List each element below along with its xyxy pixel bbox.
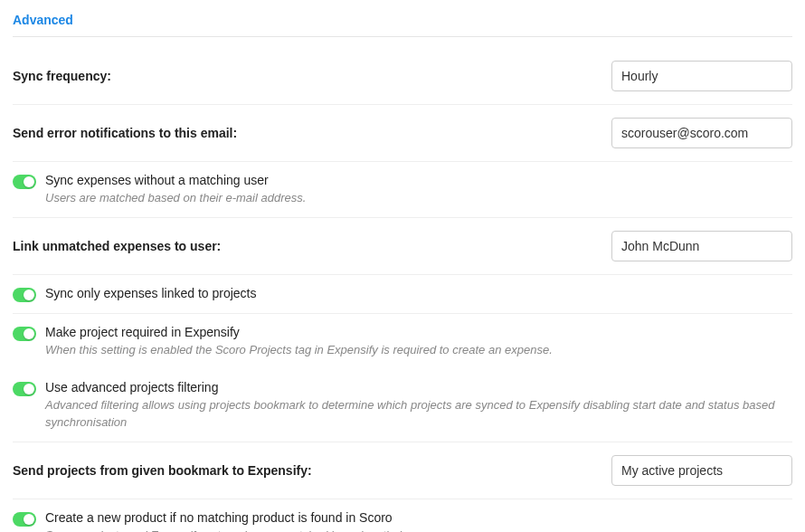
- toggle-sync-no-user[interactable]: [13, 175, 36, 189]
- row-advanced-filtering: Use advanced projects filtering Advanced…: [13, 369, 792, 442]
- row-sync-linked-projects: Sync only expenses linked to projects: [13, 275, 792, 314]
- desc-sync-no-user: Users are matched based on their e-mail …: [45, 190, 792, 206]
- label-error-email: Send error notifications to this email:: [13, 126, 237, 140]
- desc-project-required: When this setting is enabled the Scoro P…: [45, 342, 792, 358]
- label-sync-no-user: Sync expenses without a matching user: [45, 173, 792, 187]
- select-link-unmatched-user[interactable]: John McDunn: [611, 231, 792, 261]
- label-sync-frequency: Sync frequency:: [13, 69, 111, 83]
- row-sync-no-user: Sync expenses without a matching user Us…: [13, 162, 792, 218]
- label-sync-linked-projects: Sync only expenses linked to projects: [45, 286, 792, 300]
- label-project-required: Make project required in Expensify: [45, 325, 792, 339]
- toggle-sync-linked-projects[interactable]: [13, 288, 36, 302]
- desc-advanced-filtering: Advanced filtering allows using projects…: [45, 397, 792, 430]
- select-bookmark[interactable]: My active projects: [611, 455, 792, 486]
- desc-create-product: Scoro products and Expensify categories …: [45, 527, 792, 532]
- toggle-create-product[interactable]: [13, 512, 36, 527]
- row-bookmark: Send projects from given bookmark to Exp…: [13, 442, 792, 499]
- section-title-advanced: Advanced: [13, 13, 792, 37]
- label-link-unmatched-user: Link unmatched expenses to user:: [13, 239, 221, 253]
- row-sync-frequency: Sync frequency: Hourly: [13, 48, 792, 105]
- row-project-required: Make project required in Expensify When …: [13, 314, 792, 369]
- toggle-project-required[interactable]: [13, 327, 36, 341]
- label-advanced-filtering: Use advanced projects filtering: [45, 380, 792, 394]
- toggle-advanced-filtering[interactable]: [13, 382, 36, 396]
- row-create-product: Create a new product if no matching prod…: [13, 499, 792, 532]
- input-error-email[interactable]: [611, 118, 792, 148]
- select-sync-frequency[interactable]: Hourly: [611, 61, 792, 91]
- row-link-unmatched-user: Link unmatched expenses to user: John Mc…: [13, 218, 792, 275]
- label-bookmark: Send projects from given bookmark to Exp…: [13, 463, 312, 478]
- label-create-product: Create a new product if no matching prod…: [45, 510, 792, 525]
- row-error-email: Send error notifications to this email:: [13, 105, 792, 162]
